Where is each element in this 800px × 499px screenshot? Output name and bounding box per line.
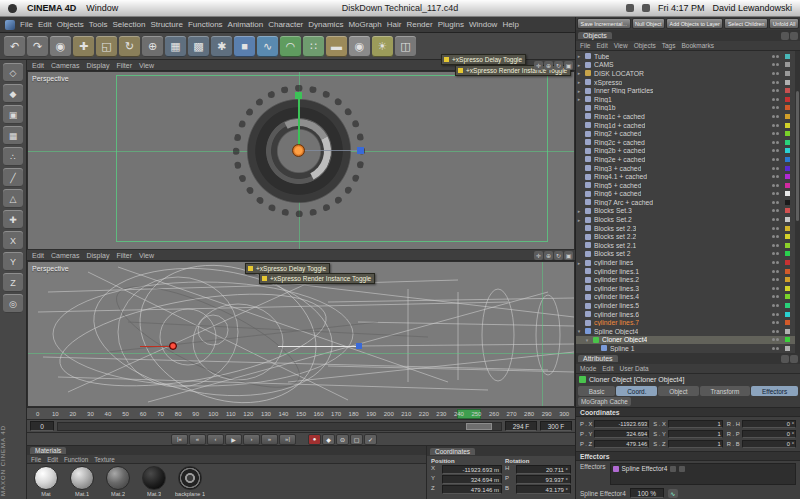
attribute-field-value[interactable]: 324.694 [594, 430, 649, 438]
object-tree-item[interactable]: Ring4.1 + cached [576, 172, 800, 181]
tree-scrollbar-thumb[interactable] [796, 91, 799, 221]
viewport-menu-item[interactable]: View [139, 252, 154, 259]
layer-color-swatch[interactable] [785, 71, 790, 76]
menubar-clock[interactable]: Fri 4:17 PM [658, 3, 705, 13]
transport-button[interactable]: » [261, 434, 278, 445]
object-name[interactable]: Ring2 + cached [594, 130, 641, 137]
layer-color-swatch[interactable] [785, 260, 790, 265]
object-type-icon[interactable] [585, 182, 591, 188]
menubar-status-icon[interactable] [626, 4, 634, 12]
object-type-icon[interactable] [585, 242, 591, 248]
objects-menu-item[interactable]: View [614, 42, 628, 49]
visibility-dots[interactable] [772, 347, 779, 350]
object-name[interactable]: Blocks set 2.3 [594, 225, 636, 232]
axis-y-handle[interactable] [295, 92, 302, 99]
layer-color-swatch[interactable] [785, 166, 790, 171]
object-type-icon[interactable] [585, 217, 591, 223]
object-tree-item[interactable]: ▾ Spline Object4 [576, 327, 800, 336]
timeline-handle[interactable] [466, 423, 492, 430]
layer-color-swatch[interactable] [785, 329, 790, 334]
layer-color-swatch[interactable] [785, 174, 790, 179]
expand-arrow-icon[interactable]: ▸ [576, 70, 582, 76]
command-button[interactable]: Add Objects to Layer [666, 18, 723, 29]
menu-item[interactable]: Hair [387, 20, 402, 29]
visibility-dots[interactable] [772, 132, 779, 135]
object-name[interactable]: Tube [594, 53, 609, 60]
toolbar-icon[interactable]: ↻ [119, 36, 140, 57]
object-name[interactable]: cylinder lines.5 [594, 302, 639, 309]
visibility-dots[interactable] [772, 184, 779, 187]
visibility-dots[interactable] [772, 287, 779, 290]
object-name[interactable]: xSpresso [594, 79, 622, 86]
menu-item[interactable]: Edit [38, 20, 52, 29]
object-origin-handle[interactable] [292, 144, 305, 157]
attributes-menu-item[interactable]: User Data [619, 365, 648, 372]
viewport-menu-item[interactable]: Cameras [51, 252, 79, 259]
attribute-field-value[interactable]: 0 ° [742, 440, 796, 448]
visibility-dots[interactable] [772, 158, 779, 161]
expand-arrow-icon[interactable]: ▾ [576, 328, 582, 334]
object-type-icon[interactable] [585, 131, 591, 137]
object-tree-item[interactable]: cylinder lines.1 [576, 267, 800, 276]
toolbar-icon[interactable]: ∿ [257, 36, 278, 57]
visibility-dots[interactable] [772, 270, 779, 273]
expand-arrow-icon[interactable]: ▾ [584, 337, 590, 343]
command-button[interactable]: Select Children [724, 18, 768, 29]
record-button[interactable]: ✓ [364, 434, 377, 445]
layer-color-swatch[interactable] [785, 337, 790, 342]
viewport-menu-item[interactable]: Filter [116, 62, 132, 69]
viewport-menu-item[interactable]: Display [86, 62, 109, 69]
object-type-icon[interactable] [585, 225, 591, 231]
visibility-dots[interactable] [772, 175, 779, 178]
object-type-icon[interactable] [585, 113, 591, 119]
visibility-dots[interactable] [772, 261, 779, 264]
toolbar-icon[interactable]: ◉ [50, 36, 71, 57]
materials-menu-item[interactable]: Function [64, 456, 88, 463]
viewport-nav-icon[interactable]: ▣ [564, 61, 573, 70]
object-tree-item[interactable]: cylinder lines.4 [576, 293, 800, 302]
mode-tool-icon[interactable]: ◎ [3, 294, 23, 313]
visibility-dots[interactable] [772, 295, 779, 298]
command-button[interactable]: Null Object [632, 18, 665, 29]
menu-item[interactable]: Dynamics [308, 20, 343, 29]
toolbar-icon[interactable]: ⊕ [142, 36, 163, 57]
viewport-nav-icon[interactable]: ↻ [554, 251, 563, 260]
materials-tab[interactable]: Materials [30, 447, 66, 454]
rotation-field[interactable]: 93.937 ° [516, 475, 571, 484]
material-preview-sphere[interactable] [142, 466, 166, 490]
object-type-icon[interactable] [585, 53, 591, 59]
object-type-icon[interactable] [585, 156, 591, 162]
menubar-user[interactable]: David Lewandowski [712, 3, 792, 13]
object-name[interactable]: CAMS [594, 61, 614, 68]
object-type-icon[interactable] [585, 320, 591, 326]
toolbar-icon[interactable]: ◫ [395, 36, 416, 57]
object-name[interactable]: cylinder lines.6 [594, 311, 639, 318]
position-field[interactable]: 324.694 m [442, 475, 502, 484]
visibility-dots[interactable] [772, 218, 779, 221]
expand-arrow-icon[interactable]: ▸ [576, 79, 582, 85]
object-tree-item[interactable]: Blocks set 2 [576, 250, 800, 259]
transport-button[interactable]: « [189, 434, 206, 445]
record-button[interactable]: ⊙ [336, 434, 349, 445]
menu-item[interactable]: Plugins [438, 20, 464, 29]
toolbar-icon[interactable]: ☀ [372, 36, 393, 57]
attribute-tab[interactable]: Basic [578, 386, 615, 396]
layer-color-swatch[interactable] [785, 114, 790, 119]
layer-color-swatch[interactable] [785, 251, 790, 256]
expand-arrow-icon[interactable]: ▸ [576, 96, 582, 102]
app-menu[interactable]: CINEMA 4D [27, 3, 76, 13]
object-tree-item[interactable]: Ring2 + cached [576, 129, 800, 138]
toolbar-icon[interactable]: ■ [234, 36, 255, 57]
attribute-tab[interactable]: Coord. [616, 386, 657, 396]
tree-scrollbar[interactable] [795, 51, 800, 353]
attribute-field-value[interactable]: 1 [668, 440, 723, 448]
visibility-dots[interactable] [772, 252, 779, 255]
visibility-dots[interactable] [772, 235, 779, 238]
visibility-dots[interactable] [772, 81, 779, 84]
layer-color-swatch[interactable] [785, 234, 790, 239]
mode-tool-icon[interactable]: ✚ [3, 210, 23, 229]
object-type-icon[interactable] [601, 345, 607, 351]
menu-item[interactable]: File [20, 20, 33, 29]
mode-tool-icon[interactable]: △ [3, 189, 23, 208]
timeline-track[interactable] [57, 422, 502, 431]
